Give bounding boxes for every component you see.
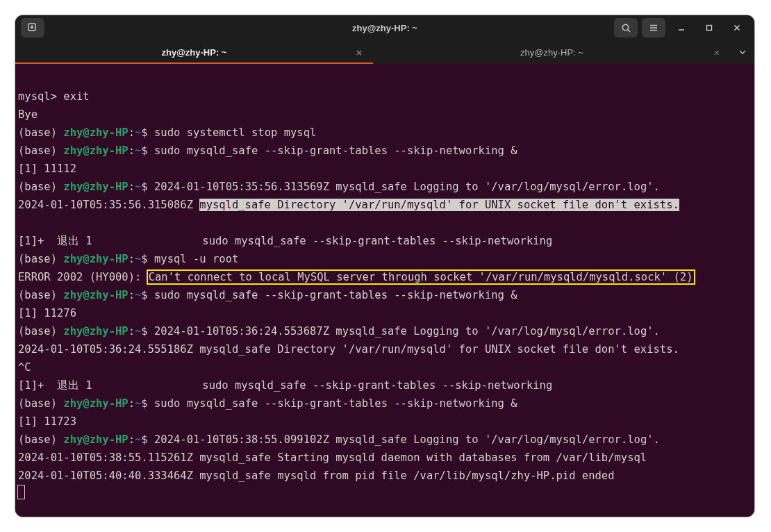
search-button[interactable] <box>614 18 638 38</box>
close-icon <box>733 24 741 32</box>
prompt-userhost: zhy@zhy-HP <box>63 397 128 410</box>
tab-2[interactable]: zhy@zhy-HP: ~ × <box>373 40 731 64</box>
new-tab-icon <box>27 22 38 33</box>
prompt-dollar: $ <box>141 181 154 193</box>
prompt-dollar: $ <box>141 397 154 410</box>
term-line: [1] 11276 <box>18 307 76 319</box>
prompt-userhost: zhy@zhy-HP <box>63 325 128 338</box>
term-line: ^C <box>18 361 31 374</box>
maximize-button[interactable] <box>697 18 721 38</box>
highlighted-error: Can't connect to local MySQL server thro… <box>148 271 694 283</box>
prompt-userhost: zhy@zhy-HP <box>63 289 128 301</box>
tab-close-button[interactable]: × <box>710 45 724 59</box>
prompt-dollar: $ <box>141 126 154 139</box>
selected-text: mysqld_safe Directory '/var/run/mysqld' … <box>199 199 679 211</box>
term-line: [1] 11112 <box>18 163 76 175</box>
prompt-cwd: ~ <box>135 433 141 446</box>
prompt-sep: : <box>128 397 135 410</box>
term-out: 2024-01-10T05:35:56.313569Z mysqld_safe … <box>154 181 660 193</box>
term-cmd: sudo mysqld_safe --skip-grant-tables --s… <box>154 144 517 157</box>
prompt-sep: : <box>128 181 135 193</box>
prompt-dollar: $ <box>141 325 154 338</box>
titlebar-controls <box>614 18 754 38</box>
term-cmd: mysql -u root <box>154 253 238 265</box>
titlebar: zhy@zhy-HP: ~ <box>15 15 754 40</box>
search-icon <box>621 23 631 33</box>
tab-label: zhy@zhy-HP: ~ <box>162 47 227 58</box>
prompt-userhost: zhy@zhy-HP <box>63 253 128 265</box>
term-cmd: sudo systemctl stop mysql <box>154 126 316 139</box>
svg-line-4 <box>628 30 630 32</box>
cursor <box>18 485 24 499</box>
maximize-icon <box>705 24 713 32</box>
term-out: 2024-01-10T05:38:55.099102Z mysqld_safe … <box>154 433 660 446</box>
prompt-cwd: ~ <box>135 289 141 301</box>
prompt-cwd: ~ <box>135 144 141 157</box>
prompt-dollar: $ <box>141 289 154 301</box>
prompt-base: (base) <box>18 325 63 338</box>
prompt-sep: : <box>128 289 135 301</box>
term-cmd: sudo mysqld_safe --skip-grant-tables --s… <box>154 289 517 301</box>
term-line: 2024-01-10T05:38:55.115261Z mysqld_safe … <box>18 451 647 464</box>
prompt-base: (base) <box>18 253 63 265</box>
prompt-base: (base) <box>18 397 63 410</box>
hamburger-icon <box>649 23 658 33</box>
minimize-button[interactable] <box>670 18 693 38</box>
tab-label: zhy@zhy-HP: ~ <box>520 47 583 58</box>
prompt-userhost: zhy@zhy-HP <box>63 126 128 139</box>
term-line: mysql> exit <box>18 90 90 103</box>
prompt-sep: : <box>128 433 135 446</box>
menu-button[interactable] <box>642 18 665 38</box>
prompt-userhost: zhy@zhy-HP <box>63 181 128 193</box>
svg-point-3 <box>622 24 628 30</box>
term-line: [1]+ 退出 1 sudo mysqld_safe --skip-grant-… <box>18 379 552 392</box>
term-line: 2024-01-10T05:40:40.333464Z mysqld_safe … <box>18 469 615 482</box>
tab-bar: zhy@zhy-HP: ~ × zhy@zhy-HP: ~ × <box>15 40 754 64</box>
prompt-cwd: ~ <box>135 181 141 193</box>
terminal-content[interactable]: mysql> exit Bye (base) zhy@zhy-HP:~$ sud… <box>15 64 754 517</box>
prompt-cwd: ~ <box>135 325 141 338</box>
prompt-base: (base) <box>18 144 63 157</box>
term-out: 2024-01-10T05:36:24.553687Z mysqld_safe … <box>154 325 660 338</box>
prompt-cwd: ~ <box>135 253 141 265</box>
term-cmd: sudo mysqld_safe --skip-grant-tables --s… <box>154 397 517 410</box>
tab-dropdown-button[interactable] <box>731 40 754 64</box>
prompt-userhost: zhy@zhy-HP <box>63 433 128 446</box>
terminal-window: zhy@zhy-HP: ~ <box>15 15 754 517</box>
term-line: 2024-01-10T05:35:56.315086Z <box>18 199 199 211</box>
tab-close-button[interactable]: × <box>352 45 366 59</box>
close-button[interactable] <box>725 18 749 38</box>
minimize-icon <box>677 24 686 32</box>
prompt-sep: : <box>128 253 135 265</box>
term-line: 2024-01-10T05:36:24.555186Z mysqld_safe … <box>18 343 679 356</box>
term-line: [1] 11723 <box>18 415 76 428</box>
chevron-down-icon <box>738 48 747 56</box>
prompt-sep: : <box>128 144 135 157</box>
prompt-dollar: $ <box>141 433 154 446</box>
new-tab-button[interactable] <box>21 18 44 38</box>
prompt-base: (base) <box>18 433 63 446</box>
prompt-sep: : <box>128 126 135 139</box>
prompt-cwd: ~ <box>135 126 141 139</box>
prompt-dollar: $ <box>141 253 154 265</box>
tab-1[interactable]: zhy@zhy-HP: ~ × <box>15 40 373 64</box>
svg-rect-9 <box>707 26 712 31</box>
prompt-cwd: ~ <box>135 397 141 410</box>
prompt-base: (base) <box>18 126 63 139</box>
term-line: [1]+ 退出 1 sudo mysqld_safe --skip-grant-… <box>18 235 552 247</box>
prompt-base: (base) <box>18 181 63 193</box>
prompt-userhost: zhy@zhy-HP <box>63 144 128 157</box>
prompt-base: (base) <box>18 289 63 301</box>
prompt-sep: : <box>128 325 135 338</box>
term-line: ERROR 2002 (HY000): <box>18 271 148 283</box>
term-line: Bye <box>18 108 38 121</box>
prompt-dollar: $ <box>141 144 154 157</box>
